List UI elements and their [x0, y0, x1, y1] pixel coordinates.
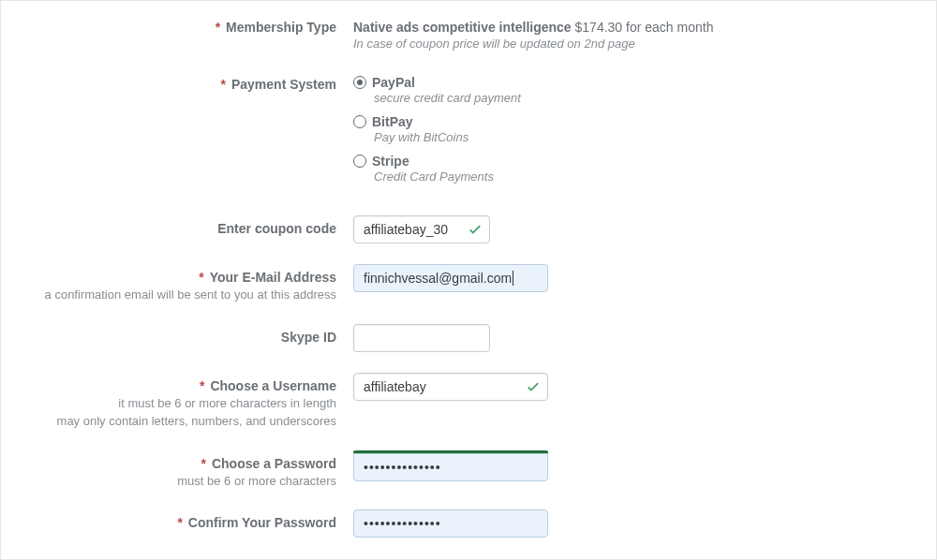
payment-option-paypal[interactable]: PayPal secure credit card payment: [353, 75, 917, 105]
label-col: * Choose a Username it must be 6 or more…: [1, 373, 353, 430]
row-skype: Skype ID: [1, 324, 936, 352]
radio-icon: [353, 155, 366, 168]
password-input[interactable]: ••••••••••••••: [353, 453, 548, 481]
coupon-label: Enter coupon code: [217, 221, 336, 236]
checkmark-icon: [527, 380, 540, 393]
email-label: Your E-Mail Address: [210, 270, 336, 285]
label-col: Skype ID: [1, 324, 353, 345]
payment-option-sub: Credit Card Payments: [374, 169, 917, 184]
payment-option-stripe[interactable]: Stripe Credit Card Payments: [353, 154, 917, 184]
text-cursor-icon: [513, 271, 513, 286]
username-hint2: may only contain letters, numbers, and u…: [1, 413, 336, 430]
required-asterisk: *: [216, 20, 220, 35]
confirm-password-input[interactable]: ••••••••••••••: [353, 509, 548, 538]
payment-option-label: BitPay: [372, 114, 413, 129]
membership-note: In case of coupon price will be updated …: [353, 37, 917, 51]
password-label: Choose a Password: [212, 456, 336, 471]
row-password: * Choose a Password must be 6 or more ch…: [1, 450, 936, 490]
value-col: finnichvessal@gmail.com: [353, 264, 936, 292]
value-col: Native ads competitive intelligence $174…: [353, 20, 936, 51]
row-coupon: Enter coupon code affiliatebay_30: [1, 215, 936, 243]
row-confirm-password: * Confirm Your Password ••••••••••••••: [1, 509, 936, 538]
email-value: finnichvessal@gmail.com: [364, 271, 512, 286]
row-payment-system: * Payment System PayPal secure credit ca…: [1, 75, 936, 184]
username-hint1: it must be 6 or more characters in lengt…: [1, 395, 336, 412]
coupon-value: affiliatebay_30: [364, 222, 448, 237]
payment-option-sub: Pay with BitCoins: [374, 130, 917, 144]
payment-option-label: Stripe: [372, 154, 409, 169]
membership-type-label: Membership Type: [226, 20, 336, 35]
username-value: affiliatebay: [364, 379, 426, 394]
payment-option-sub: secure credit card payment: [374, 91, 917, 105]
value-col: [353, 324, 936, 352]
membership-price: $174.30 for each month: [572, 20, 714, 35]
row-username: * Choose a Username it must be 6 or more…: [1, 373, 936, 430]
row-email: * Your E-Mail Address a confirmation ema…: [1, 264, 936, 303]
payment-option-label: PayPal: [372, 75, 415, 90]
password-hint: must be 6 or more characters: [1, 473, 336, 490]
confirm-password-label: Confirm Your Password: [188, 515, 336, 530]
label-col: * Your E-Mail Address a confirmation ema…: [1, 264, 353, 303]
value-col: ••••••••••••••: [353, 509, 936, 538]
label-col: * Membership Type: [1, 20, 353, 35]
password-masked: ••••••••••••••: [364, 460, 441, 475]
radio-icon: [353, 76, 366, 89]
label-col: * Confirm Your Password: [1, 509, 353, 530]
required-asterisk: *: [177, 515, 182, 530]
payment-option-bitpay[interactable]: BitPay Pay with BitCoins: [353, 114, 917, 144]
username-input[interactable]: affiliatebay: [353, 373, 548, 401]
coupon-input[interactable]: affiliatebay_30: [353, 215, 490, 243]
value-col: affiliatebay: [353, 373, 936, 401]
label-col: Enter coupon code: [1, 215, 353, 236]
row-membership-type: * Membership Type Native ads competitive…: [1, 20, 936, 51]
email-input[interactable]: finnichvessal@gmail.com: [353, 264, 548, 292]
skype-input[interactable]: [353, 324, 490, 352]
email-hint: a confirmation email will be sent to you…: [1, 287, 336, 303]
required-asterisk: *: [201, 456, 206, 471]
value-col: ••••••••••••••: [353, 450, 936, 481]
label-col: * Payment System: [1, 75, 353, 92]
payment-system-label: Payment System: [231, 77, 336, 92]
skype-label: Skype ID: [281, 330, 336, 345]
checkmark-icon: [468, 223, 482, 236]
required-asterisk: *: [199, 270, 203, 285]
confirm-password-masked: ••••••••••••••: [364, 516, 441, 531]
membership-product: Native ads competitive intelligence: [353, 20, 572, 35]
value-col: PayPal secure credit card payment BitPay…: [353, 75, 936, 184]
label-col: * Choose a Password must be 6 or more ch…: [1, 450, 353, 490]
required-asterisk: *: [221, 77, 226, 92]
radio-icon: [353, 115, 366, 128]
username-label: Choose a Username: [210, 378, 336, 393]
required-asterisk: *: [200, 378, 204, 393]
value-col: affiliatebay_30: [353, 215, 936, 243]
